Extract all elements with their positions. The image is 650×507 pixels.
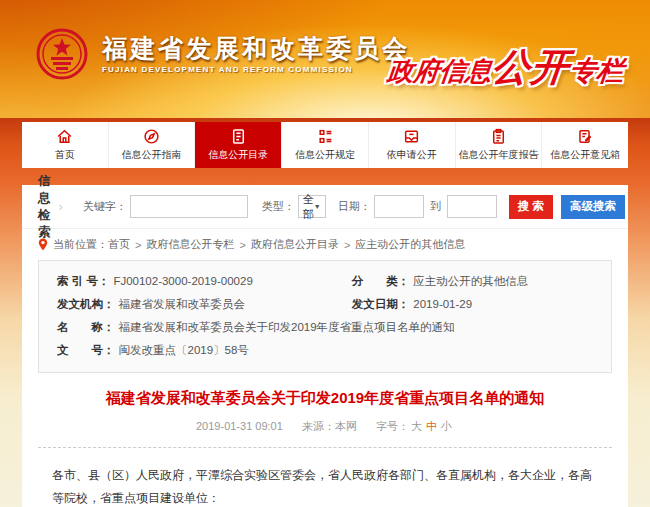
meta-pubdate: 发文日期： 2019-01-29 [352, 293, 593, 316]
meta-agency-value: 福建省发展和改革委员会 [119, 293, 246, 316]
main-panel: 信息检索 › 关键字： 类型： 全部 ▼ 日期： 到 搜 索 高级搜索 当前位置… [22, 185, 628, 507]
meta-index-value: FJ00102-3000-2019-00029 [113, 270, 252, 293]
fontsize-medium-button[interactable]: 中 [426, 420, 437, 432]
site-brand: 福建省发展和改革委员会 FUJIAN DEVELOPMENT AND REFOR… [36, 26, 410, 82]
meta-docno: 文 号： 闽发改重点〔2019〕58号 [57, 339, 249, 362]
meta-docno-label: 文 号： [57, 339, 115, 362]
fontsize-control: 字号：大中小 [376, 420, 454, 432]
breadcrumb-item-home[interactable]: 首页 [108, 237, 130, 252]
breadcrumb-item-column[interactable]: 政府信息公开专栏 [146, 237, 234, 252]
meta-category: 分 类： 应主动公开的其他信息 [352, 270, 593, 293]
date-from-input[interactable] [374, 195, 424, 218]
meta-row: 文 号： 闽发改重点〔2019〕58号 [57, 339, 593, 362]
date-to-input[interactable] [447, 195, 497, 218]
list-icon [317, 128, 334, 145]
mail-icon [403, 128, 420, 145]
meta-index: 索 引 号： FJ00102-3000-2019-00029 [57, 270, 352, 293]
chevron-down-icon: ▼ [314, 203, 321, 210]
site-banner: 福建省发展和改革委员会 FUJIAN DEVELOPMENT AND REFOR… [0, 0, 650, 118]
article-source: 来源：本网 [302, 420, 357, 432]
meta-row: 名 称： 福建省发展和改革委员会关于印发2019年度省重点项目名单的通知 [57, 316, 593, 339]
breadcrumb-item-catalog[interactable]: 政府信息公开目录 [251, 237, 339, 252]
keyword-label: 关键字： [83, 199, 127, 214]
column-title-part1: 政府信息 [386, 56, 493, 86]
article-title: 福建省发展和改革委员会关于印发2019年度省重点项目名单的通知 [22, 389, 628, 408]
column-title-part2: 公开 [490, 46, 572, 88]
publish-time: 2019-01-31 09:01 [196, 420, 283, 432]
nav-item-label: 信息公开年度报告 [458, 148, 538, 162]
document-meta-box: 索 引 号： FJ00102-3000-2019-00029 分 类： 应主动公… [38, 260, 612, 373]
site-brand-text: 福建省发展和改革委员会 FUJIAN DEVELOPMENT AND REFOR… [102, 34, 410, 75]
type-select-value: 全部 [303, 192, 314, 222]
meta-agency: 发文机构： 福建省发展和改革委员会 [57, 293, 352, 316]
article-info: 2019-01-31 09:01 来源：本网 字号：大中小 [22, 419, 628, 434]
meta-docno-value: 闽发改重点〔2019〕58号 [119, 339, 249, 362]
keyword-input[interactable] [130, 195, 248, 218]
meta-row: 索 引 号： FJ00102-3000-2019-00029 分 类： 应主动公… [57, 270, 593, 293]
nav-item-label: 信息公开目录 [208, 148, 268, 162]
breadcrumb-separator: > [344, 239, 350, 251]
compass-icon [143, 128, 160, 145]
nav-item-suggestion-box[interactable]: 信息公开意见箱 [542, 122, 628, 168]
breadcrumb-separator: > [239, 239, 245, 251]
nav-item-guide[interactable]: 信息公开指南 [109, 122, 196, 168]
breadcrumb-separator: > [135, 239, 141, 251]
breadcrumb-item-current[interactable]: 应主动公开的其他信息 [355, 237, 465, 252]
fontsize-label: 字号： [376, 420, 409, 432]
meta-pubdate-label: 发文日期： [352, 293, 410, 316]
meta-agency-label: 发文机构： [57, 293, 115, 316]
national-emblem-icon [36, 26, 88, 82]
location-pin-icon [38, 238, 48, 251]
nav-item-label: 信息公开意见箱 [550, 148, 620, 162]
meta-row: 发文机构： 福建省发展和改革委员会 发文日期： 2019-01-29 [57, 293, 593, 316]
mailbox-icon [577, 128, 594, 145]
meta-category-label: 分 类： [352, 270, 410, 293]
meta-category-value: 应主动公开的其他信息 [413, 270, 528, 293]
type-select[interactable]: 全部 ▼ [298, 195, 326, 218]
nav-item-annual-report[interactable]: 信息公开年度报告 [456, 122, 543, 168]
nav-item-home[interactable]: 首页 [22, 122, 109, 168]
column-title: 政府信息公开专栏 [385, 42, 626, 93]
nav-item-rules[interactable]: 信息公开规定 [282, 122, 369, 168]
chevron-right-icon: › [59, 199, 63, 214]
article-paragraph-salutation: 各市、县（区）人民政府，平潭综合实验区管委会，省人民政府各部门、各直属机构，各大… [52, 464, 598, 507]
date-label: 日期： [338, 199, 371, 214]
search-bar: 信息检索 › 关键字： 类型： 全部 ▼ 日期： 到 搜 索 高级搜索 [22, 185, 628, 229]
date-to-label: 到 [430, 199, 441, 214]
meta-name: 名 称： 福建省发展和改革委员会关于印发2019年度省重点项目名单的通知 [57, 316, 455, 339]
meta-pubdate-value: 2019-01-29 [413, 293, 472, 316]
nav-item-catalog[interactable]: 信息公开目录 [195, 122, 282, 168]
main-nav: 首页 信息公开指南 信息公开目录 信息公开规定 依申请公开 [22, 122, 628, 168]
meta-index-label: 索 引 号： [57, 270, 109, 293]
column-title-part3: 专栏 [568, 56, 625, 86]
nav-item-label: 信息公开规定 [295, 148, 355, 162]
site-title: 福建省发展和改革委员会 [102, 34, 410, 63]
search-button[interactable]: 搜 索 [509, 195, 553, 219]
nav-item-label: 信息公开指南 [122, 148, 182, 162]
nav-item-label: 依申请公开 [387, 148, 437, 162]
divider-dashed [38, 447, 612, 448]
search-section-label: 信息检索 [32, 173, 59, 241]
type-label: 类型： [262, 199, 295, 214]
fontsize-small-button[interactable]: 小 [441, 420, 452, 432]
nav-item-label: 首页 [55, 148, 75, 162]
breadcrumb-prefix: 当前位置： [53, 237, 108, 252]
document-icon [230, 128, 247, 145]
page-background: 首页 信息公开指南 信息公开目录 信息公开规定 依申请公开 [0, 118, 650, 507]
nav-item-apply[interactable]: 依申请公开 [369, 122, 456, 168]
article-body: 各市、县（区）人民政府，平潭综合实验区管委会，省人民政府各部门、各直属机构，各大… [52, 464, 598, 507]
advanced-search-button[interactable]: 高级搜索 [561, 195, 625, 219]
breadcrumb: 当前位置： 首页 > 政府信息公开专栏 > 政府信息公开目录 > 应主动公开的其… [22, 229, 628, 258]
site-title-en: FUJIAN DEVELOPMENT AND REFORM COMMISSION [102, 65, 410, 74]
fontsize-large-button[interactable]: 大 [411, 420, 422, 432]
home-icon [56, 128, 73, 145]
meta-name-value: 福建省发展和改革委员会关于印发2019年度省重点项目名单的通知 [119, 316, 455, 339]
meta-name-label: 名 称： [57, 316, 115, 339]
clipboard-icon [490, 128, 507, 145]
